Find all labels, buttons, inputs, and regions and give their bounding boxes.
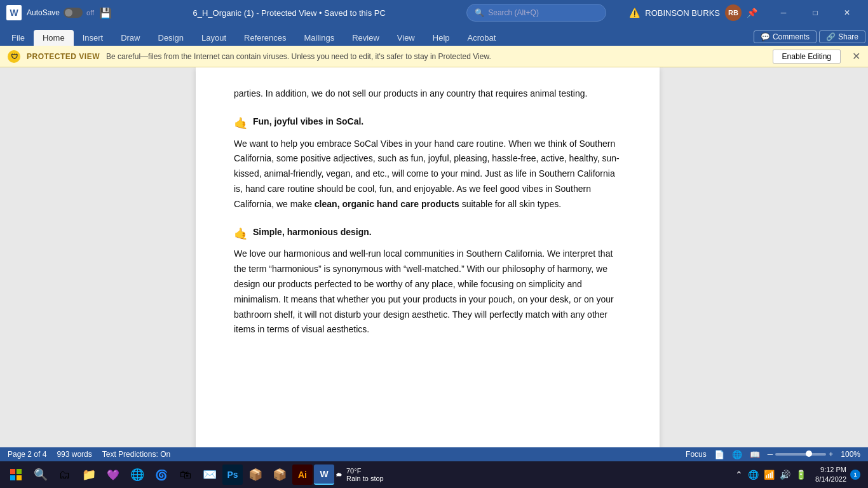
taskbar-task-view[interactable]: 🗂 (53, 463, 76, 486)
user-avatar[interactable]: RB (725, 4, 742, 21)
taskbar-word[interactable]: W (314, 464, 334, 485)
taskbar-amazon[interactable]: 📦 (268, 463, 291, 486)
battery-icon: 🔋 (796, 470, 806, 480)
tab-home[interactable]: Home (34, 30, 74, 46)
svg-rect-3 (17, 475, 22, 480)
tab-draw[interactable]: Draw (112, 30, 149, 46)
weather-widget: 🌧 70°F Rain to stop (336, 467, 384, 482)
protected-view-shield-icon: 🛡 (8, 50, 20, 63)
tab-help[interactable]: Help (424, 30, 459, 46)
autosave-area: AutoSave off (27, 8, 94, 18)
section1-body-end: suitable for all skin types. (459, 199, 561, 209)
minimize-button[interactable]: ─ (769, 0, 798, 25)
taskbar-search[interactable]: 🔍 (29, 463, 52, 486)
comments-icon: 💬 (761, 32, 770, 41)
title-center: 6_H_Organic (1) - Protected View • Saved… (117, 8, 461, 18)
taskbar-edge[interactable]: 🌀 (150, 463, 173, 486)
status-bar: Page 2 of 4 993 words Text Predictions: … (0, 447, 868, 461)
document-area: parties. In addition, we do not sell our… (172, 67, 684, 468)
section2-header: 🤙 Simple, harmonious design. (234, 225, 621, 243)
autosave-label: AutoSave (27, 8, 60, 17)
weather-temp: 70°F (346, 467, 384, 475)
ribbon-tabs: File Home Insert Draw Design Layout Refe… (0, 25, 868, 46)
notification-badge[interactable]: 1 (850, 470, 860, 480)
zoom-out-icon[interactable]: ─ (768, 450, 773, 459)
close-button[interactable]: ✕ (832, 0, 862, 25)
section2-title: Simple, harmonious design. (253, 225, 372, 239)
section1-icon: 🤙 (234, 114, 248, 133)
enable-editing-button[interactable]: Enable Editing (773, 50, 841, 64)
tab-mailings[interactable]: Mailings (295, 30, 344, 46)
taskbar-right: ⌃ 🌐 📶 🔊 🔋 9:12 PM 8/14/2022 1 (735, 465, 864, 485)
warning-icon: ⚠️ (629, 8, 640, 18)
section1-title: Fun, joyful vibes in SoCal. (253, 114, 363, 128)
start-button[interactable] (4, 463, 28, 487)
maximize-button[interactable]: □ (801, 0, 830, 25)
page-info: Page 2 of 4 (8, 450, 46, 459)
title-bar: W AutoSave off 💾 6_H_Organic (1) - Prote… (0, 0, 868, 25)
view-icon-web[interactable]: 🌐 (732, 450, 742, 459)
tab-insert[interactable]: Insert (74, 30, 112, 46)
word-logo: W (6, 5, 22, 20)
taskbar-illustrator[interactable]: Ai (292, 464, 313, 485)
zoom-slider[interactable] (775, 453, 826, 456)
main-area: parties. In addition, we do not sell our… (0, 67, 868, 468)
zoom-in-icon[interactable]: + (829, 450, 833, 459)
search-box[interactable]: 🔍 Search (Alt+Q) (466, 4, 606, 22)
protected-view-bar: 🛡 PROTECTED VIEW Be careful—files from t… (0, 46, 868, 67)
view-icon-read[interactable]: 📖 (750, 450, 760, 459)
section1-header: 🤙 Fun, joyful vibes in SoCal. (234, 114, 621, 133)
date-display: 8/14/2022 (815, 475, 846, 484)
search-icon: 🔍 (475, 8, 484, 17)
zoom-thumb (806, 451, 812, 457)
tab-references[interactable]: References (235, 30, 295, 46)
document-title: 6_H_Organic (1) - Protected View • Saved… (193, 8, 385, 18)
tab-review[interactable]: Review (343, 30, 388, 46)
document-page: parties. In addition, we do not sell our… (196, 67, 660, 468)
focus-button[interactable]: Focus (686, 450, 707, 459)
taskbar-chrome[interactable]: 🌐 (126, 463, 149, 486)
save-icon[interactable]: 💾 (99, 7, 112, 19)
autosave-toggle[interactable] (64, 8, 83, 18)
taskbar-dropbox[interactable]: 📦 (244, 463, 267, 486)
user-name: ROBINSON BURKS (645, 8, 720, 18)
tab-design[interactable]: Design (149, 30, 193, 46)
share-button[interactable]: 🔗 Share (819, 30, 865, 43)
section2-icon: 🤙 (234, 225, 248, 243)
window-controls: ─ □ ✕ (769, 0, 862, 25)
weather-desc: Rain to stop (346, 475, 384, 482)
speaker-icon[interactable]: 🔊 (780, 470, 790, 480)
view-icon-print[interactable]: 📄 (714, 450, 724, 459)
protected-view-close-icon[interactable]: ✕ (852, 50, 860, 62)
tab-layout[interactable]: Layout (193, 30, 235, 46)
network-icon[interactable]: 🌐 (748, 470, 759, 480)
protected-view-message: Be careful—files from the Internet can c… (106, 52, 491, 61)
chevron-up-icon[interactable]: ⌃ (735, 470, 743, 480)
toggle-state: off (86, 9, 94, 17)
taskbar-mail[interactable]: ✉️ (198, 463, 221, 486)
tab-acrobat[interactable]: Acrobat (459, 30, 505, 46)
wifi-icon: 📶 (764, 470, 775, 480)
tab-view[interactable]: View (388, 30, 424, 46)
tab-file[interactable]: File (3, 30, 34, 46)
weather-icon: 🌧 (336, 471, 342, 478)
comments-button[interactable]: 💬 Comments (754, 30, 817, 43)
taskbar-store[interactable]: 🛍 (174, 463, 197, 486)
text-predictions: Text Predictions: On (102, 450, 170, 459)
taskbar-explorer[interactable]: 📁 (78, 463, 100, 486)
svg-rect-0 (10, 469, 15, 474)
intro-paragraph: parties. In addition, we do not sell our… (234, 86, 621, 102)
zoom-slider-area[interactable]: ─ + (768, 450, 834, 459)
pin-icon[interactable]: 📌 (747, 8, 757, 18)
datetime[interactable]: 9:12 PM 8/14/2022 (815, 465, 846, 485)
taskbar-photoshop[interactable]: Ps (222, 464, 243, 485)
taskbar-teams[interactable]: 💜 (102, 463, 125, 486)
right-margin (684, 67, 868, 468)
time-display: 9:12 PM (815, 465, 846, 475)
section1-bold-text: clean, organic hand care products (315, 199, 459, 209)
share-icon: 🔗 (826, 32, 836, 41)
section1-body: We want to help you embrace SoCal Vibes … (234, 137, 621, 212)
left-margin (0, 67, 172, 468)
section2-body: We love our harmonious and well-run loca… (234, 247, 621, 337)
svg-rect-1 (17, 469, 22, 474)
